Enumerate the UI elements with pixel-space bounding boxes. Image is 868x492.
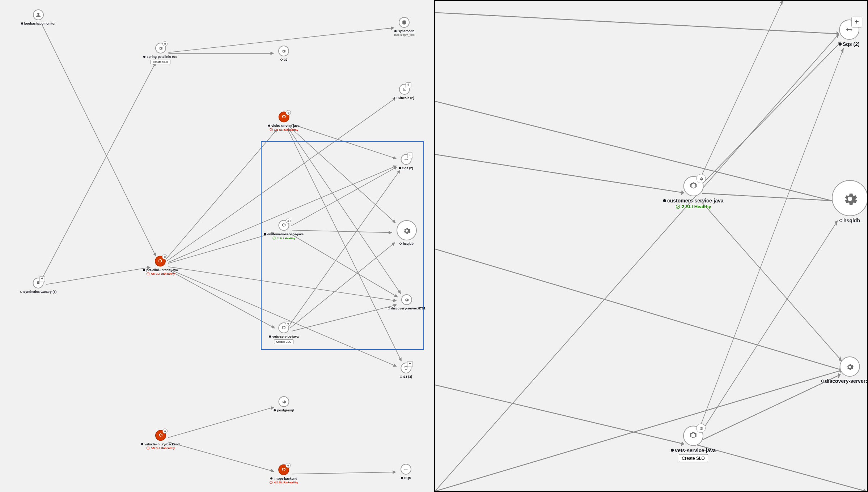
service-node-discovery[interactable]: discovery-server:8761 bbox=[388, 294, 425, 310]
node-circle[interactable] bbox=[832, 180, 868, 216]
dependency-edge bbox=[290, 127, 395, 223]
node-label: Sqs (2) bbox=[402, 166, 413, 170]
sqs-icon bbox=[403, 467, 408, 472]
service-node-customers[interactable]: customers-service-java2 SLI Healthy bbox=[264, 220, 304, 240]
node-label-row: image-backend bbox=[270, 476, 297, 480]
gear-badge-icon bbox=[285, 219, 291, 224]
expand-group-button[interactable]: + bbox=[407, 361, 413, 367]
service-node-r_customers[interactable]: customers-service-java2 SLI Healthy bbox=[663, 176, 724, 209]
node-circle[interactable] bbox=[155, 430, 166, 441]
node-circle[interactable]: + bbox=[839, 20, 859, 40]
service-map-overview-panel[interactable]: bugbashappmonitorspring-petclinic-ecsCre… bbox=[0, 0, 434, 492]
service-node-vehicle[interactable]: vehicle-in...ry-backend3/5 SLI Unhealthy bbox=[141, 430, 179, 450]
node-circle[interactable] bbox=[839, 356, 860, 377]
create-slo-button[interactable]: Create SLO bbox=[679, 454, 708, 462]
node-circle[interactable] bbox=[278, 464, 289, 475]
service-node-sqs2[interactable]: +Sqs (2) bbox=[399, 154, 413, 170]
service-node-image[interactable]: image-backend4/5 SLI Unhealthy bbox=[270, 464, 298, 484]
service-node-kinesis[interactable]: +Kinesis (2) bbox=[394, 84, 414, 100]
dependency-edge bbox=[435, 385, 684, 444]
node-label-row: discovery-server:8761 bbox=[388, 307, 425, 310]
create-slo-button[interactable]: Create SLO bbox=[274, 339, 293, 344]
node-label-row: Sqs (2) bbox=[839, 41, 860, 47]
node-label: vets-service-java bbox=[675, 448, 716, 453]
sli-status-text: 2 SLI Healthy bbox=[277, 236, 295, 240]
node-circle[interactable] bbox=[401, 294, 412, 305]
node-label: postgresql bbox=[277, 408, 294, 412]
service-node-r_vets[interactable]: vets-service-javaCreate SLO bbox=[671, 426, 716, 462]
service-node-s3[interactable]: +S3 (3) bbox=[400, 363, 412, 378]
sli-status: 2 SLI Healthy bbox=[676, 204, 711, 209]
node-circle[interactable] bbox=[399, 17, 410, 28]
node-circle[interactable]: + bbox=[33, 278, 44, 288]
expand-group-button[interactable]: + bbox=[407, 153, 413, 158]
service-node-spring[interactable]: spring-petclinic-ecsCreate SLO bbox=[143, 43, 177, 64]
node-circle[interactable] bbox=[33, 9, 44, 20]
node-circle[interactable] bbox=[401, 464, 411, 475]
service-node-postgres[interactable]: postgresql bbox=[274, 396, 294, 412]
gear-badge-icon bbox=[696, 424, 706, 433]
node-circle[interactable] bbox=[278, 396, 289, 407]
k8s-icon bbox=[281, 115, 286, 120]
service-node-hsqldb[interactable]: hsqldb bbox=[397, 220, 417, 245]
service-node-sqs[interactable]: SQS bbox=[401, 464, 411, 480]
service-node-dynamo[interactable]: Dynamodblabels/apm_test bbox=[394, 17, 414, 37]
service-node-canary[interactable]: +Synthetics Canary (6) bbox=[20, 278, 56, 294]
gear-icon bbox=[841, 189, 859, 207]
node-label: pet-clini...ntend-java bbox=[146, 268, 178, 271]
sli-status-text: 3/5 SLI Unhealthy bbox=[151, 446, 175, 450]
node-circle[interactable] bbox=[278, 322, 289, 333]
dependency-edge bbox=[700, 221, 838, 434]
node-label: bugbashappmonitor bbox=[24, 22, 56, 25]
node-label: b2 bbox=[284, 58, 288, 61]
service-node-r_discovery[interactable]: discovery-server:8761 bbox=[821, 356, 868, 384]
node-circle[interactable] bbox=[155, 43, 166, 54]
node-circle[interactable] bbox=[278, 220, 289, 231]
node-label-row: bugbashappmonitor bbox=[21, 22, 56, 25]
node-circle[interactable] bbox=[155, 256, 166, 266]
gear-icon bbox=[402, 226, 411, 235]
service-node-bugbash[interactable]: bugbashappmonitor bbox=[21, 9, 56, 25]
status-dot-icon bbox=[264, 233, 266, 235]
node-label: SQS bbox=[404, 476, 411, 480]
node-label-row: hsqldb bbox=[399, 242, 414, 245]
dependency-edge bbox=[168, 407, 274, 437]
node-label-row: Dynamodb bbox=[394, 29, 415, 33]
dependency-edge bbox=[292, 305, 397, 331]
dependency-edge bbox=[290, 243, 395, 328]
gear-icon bbox=[281, 399, 286, 404]
dependency-edge bbox=[435, 249, 842, 370]
service-node-r_hsqldb[interactable]: hsqldb bbox=[832, 180, 868, 223]
service-node-visits[interactable]: visits-service-java1/1 SLI Unhealthy bbox=[268, 112, 300, 132]
node-circle[interactable] bbox=[683, 426, 703, 446]
node-circle[interactable] bbox=[278, 112, 289, 123]
service-node-frontend[interactable]: pet-clini...ntend-java4/5 SLI Unhealthy bbox=[143, 256, 178, 275]
node-circle[interactable]: + bbox=[401, 363, 411, 373]
service-map-zoom-panel[interactable]: +Sqs (2)customers-service-java2 SLI Heal… bbox=[434, 0, 868, 492]
dependency-edge bbox=[42, 63, 156, 278]
node-label: vets-service-java bbox=[272, 335, 299, 338]
status-dot-icon bbox=[388, 307, 390, 309]
dependency-edge bbox=[292, 230, 391, 233]
expand-group-button[interactable]: + bbox=[851, 17, 862, 27]
node-circle[interactable]: + bbox=[401, 154, 411, 165]
service-node-b2[interactable]: b2 bbox=[278, 46, 289, 61]
expand-group-button[interactable]: + bbox=[39, 276, 45, 282]
node-label-row: SQS bbox=[401, 476, 411, 480]
node-circle[interactable]: + bbox=[399, 84, 410, 95]
node-circle[interactable] bbox=[278, 46, 289, 56]
node-circle[interactable] bbox=[397, 220, 417, 240]
create-slo-button[interactable]: Create SLO bbox=[151, 60, 170, 64]
node-label-row: spring-petclinic-ecs bbox=[143, 55, 177, 59]
node-label: customers-service-java bbox=[667, 198, 724, 204]
expand-group-button[interactable]: + bbox=[405, 82, 411, 88]
service-node-vets[interactable]: vets-service-javaCreate SLO bbox=[269, 322, 299, 344]
k8s-icon bbox=[689, 431, 698, 441]
service-node-r_sqs2[interactable]: +Sqs (2) bbox=[839, 20, 860, 47]
dependency-edge bbox=[166, 129, 277, 259]
dependency-edge bbox=[168, 166, 397, 262]
dependency-edge bbox=[693, 444, 866, 491]
node-circle[interactable] bbox=[683, 176, 703, 196]
sli-status-text: 2 SLI Healthy bbox=[682, 204, 711, 209]
status-dot-icon bbox=[274, 409, 276, 411]
